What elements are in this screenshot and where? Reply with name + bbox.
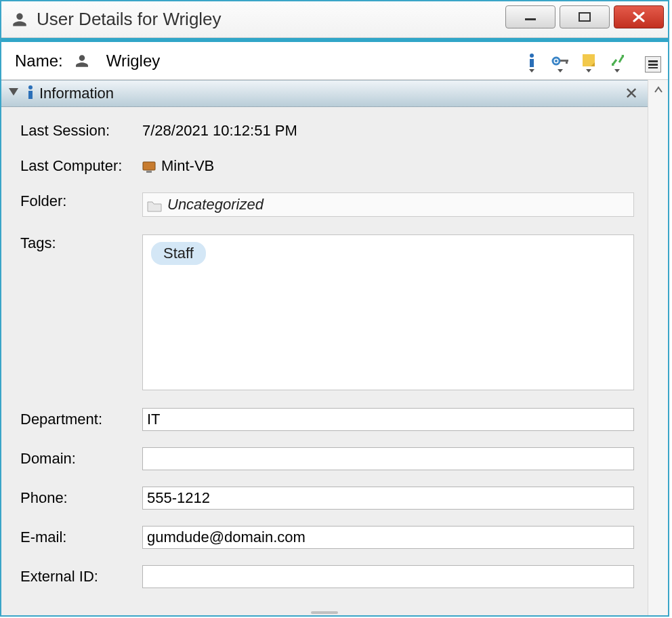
- svg-rect-0: [525, 18, 536, 20]
- computer-icon: [142, 160, 156, 172]
- email-input[interactable]: [142, 526, 634, 549]
- last-session-label: Last Session:: [20, 122, 142, 140]
- toolbar: [523, 49, 661, 73]
- row-external-id: External ID:: [20, 565, 634, 588]
- last-session-value: 7/28/2021 10:12:51 PM: [142, 122, 634, 140]
- external-id-label: External ID:: [20, 568, 142, 585]
- resize-grip[interactable]: [1, 610, 648, 615]
- row-department: Department:: [20, 408, 634, 431]
- minimize-button[interactable]: [505, 5, 555, 28]
- folder-label: Folder:: [20, 192, 142, 210]
- domain-label: Domain:: [20, 450, 142, 468]
- window-title: User Details for Wrigley: [37, 9, 222, 30]
- svg-point-12: [28, 85, 33, 89]
- info-body: Last Session: 7/28/2021 10:12:51 PM Last…: [1, 107, 648, 610]
- content-column: Information ✕ Last Session: 7/28/2021 10…: [1, 80, 648, 615]
- user-icon: [74, 53, 90, 69]
- department-label: Department:: [20, 411, 142, 428]
- svg-point-5: [555, 60, 558, 62]
- svg-rect-7: [566, 60, 568, 64]
- svg-rect-10: [648, 64, 658, 66]
- refresh-icon[interactable]: [608, 49, 626, 73]
- svg-rect-1: [579, 13, 590, 21]
- tag-chip[interactable]: Staff: [151, 242, 206, 265]
- svg-rect-15: [146, 171, 152, 173]
- row-tags: Tags: Staff: [20, 234, 634, 390]
- last-computer-value: Mint-VB: [142, 157, 634, 175]
- name-bar: Name: Wrigley: [1, 42, 668, 80]
- department-input[interactable]: [142, 408, 634, 431]
- row-phone: Phone:: [20, 487, 634, 510]
- keys-icon[interactable]: [551, 49, 569, 73]
- scrollbar[interactable]: [648, 80, 668, 615]
- section-header[interactable]: Information ✕: [1, 80, 648, 107]
- close-icon[interactable]: ✕: [622, 84, 641, 103]
- svg-rect-3: [530, 59, 534, 67]
- last-computer-label: Last Computer:: [20, 157, 142, 175]
- phone-input[interactable]: [142, 487, 634, 510]
- row-email: E-mail:: [20, 526, 634, 549]
- info-icon[interactable]: [523, 49, 541, 73]
- last-computer-text: Mint-VB: [161, 157, 214, 175]
- external-id-input[interactable]: [142, 565, 634, 588]
- domain-input[interactable]: [142, 447, 634, 470]
- window-frame: User Details for Wrigley Name: Wrigley: [0, 0, 669, 617]
- row-last-session: Last Session: 7/28/2021 10:12:51 PM: [20, 122, 634, 140]
- tags-box[interactable]: Staff: [142, 234, 634, 390]
- main-area: Information ✕ Last Session: 7/28/2021 10…: [1, 80, 668, 615]
- title-bar: User Details for Wrigley: [1, 1, 668, 38]
- name-label: Name:: [15, 52, 63, 70]
- info-icon: [26, 85, 35, 102]
- row-folder: Folder: Uncategorized: [20, 192, 634, 217]
- row-last-computer: Last Computer: Mint-VB: [20, 157, 634, 175]
- sticky-note-icon[interactable]: [580, 49, 597, 73]
- collapse-icon[interactable]: [8, 87, 19, 100]
- svg-point-2: [530, 54, 534, 58]
- user-icon: [11, 11, 28, 28]
- svg-rect-13: [28, 91, 33, 99]
- section-title: Information: [39, 85, 114, 102]
- folder-text: Uncategorized: [167, 196, 264, 213]
- svg-rect-14: [143, 162, 155, 170]
- name-value: Wrigley: [106, 52, 161, 70]
- svg-rect-9: [648, 60, 658, 62]
- close-button[interactable]: [614, 5, 664, 28]
- folder-field[interactable]: Uncategorized: [142, 192, 634, 217]
- window-controls: [505, 5, 664, 28]
- row-domain: Domain:: [20, 447, 634, 470]
- maximize-button[interactable]: [560, 5, 610, 28]
- svg-rect-11: [648, 67, 658, 68]
- scroll-up-button[interactable]: [648, 80, 668, 99]
- folder-icon: [147, 199, 162, 211]
- email-label: E-mail:: [20, 529, 142, 546]
- phone-label: Phone:: [20, 489, 142, 507]
- tags-label: Tags:: [20, 234, 142, 252]
- menu-button[interactable]: [645, 56, 661, 73]
